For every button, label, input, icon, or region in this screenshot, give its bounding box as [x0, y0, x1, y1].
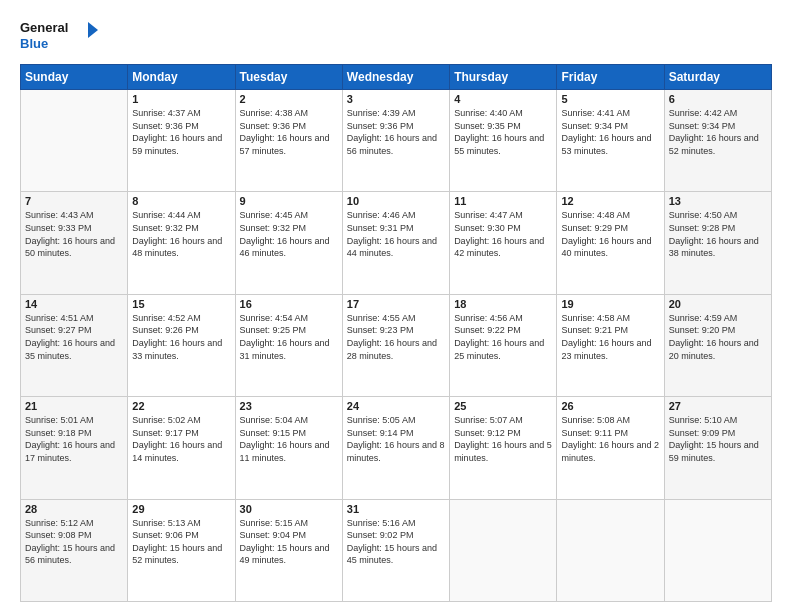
day-info: Sunrise: 5:02 AMSunset: 9:17 PMDaylight:… — [132, 414, 230, 464]
calendar-cell: 23 Sunrise: 5:04 AMSunset: 9:15 PMDaylig… — [235, 397, 342, 499]
calendar-cell: 1 Sunrise: 4:37 AMSunset: 9:36 PMDayligh… — [128, 90, 235, 192]
calendar-cell: 27 Sunrise: 5:10 AMSunset: 9:09 PMDaylig… — [664, 397, 771, 499]
day-number: 25 — [454, 400, 552, 412]
day-number: 7 — [25, 195, 123, 207]
calendar-day-header: Thursday — [450, 65, 557, 90]
calendar-cell: 5 Sunrise: 4:41 AMSunset: 9:34 PMDayligh… — [557, 90, 664, 192]
day-info: Sunrise: 4:45 AMSunset: 9:32 PMDaylight:… — [240, 209, 338, 259]
day-number: 28 — [25, 503, 123, 515]
calendar-cell: 17 Sunrise: 4:55 AMSunset: 9:23 PMDaylig… — [342, 294, 449, 396]
calendar-cell: 20 Sunrise: 4:59 AMSunset: 9:20 PMDaylig… — [664, 294, 771, 396]
day-info: Sunrise: 4:37 AMSunset: 9:36 PMDaylight:… — [132, 107, 230, 157]
calendar-cell: 21 Sunrise: 5:01 AMSunset: 9:18 PMDaylig… — [21, 397, 128, 499]
calendar-cell: 31 Sunrise: 5:16 AMSunset: 9:02 PMDaylig… — [342, 499, 449, 601]
calendar-week-row: 28 Sunrise: 5:12 AMSunset: 9:08 PMDaylig… — [21, 499, 772, 601]
day-info: Sunrise: 4:39 AMSunset: 9:36 PMDaylight:… — [347, 107, 445, 157]
calendar-cell — [21, 90, 128, 192]
day-number: 30 — [240, 503, 338, 515]
calendar-header-row: SundayMondayTuesdayWednesdayThursdayFrid… — [21, 65, 772, 90]
calendar-cell: 24 Sunrise: 5:05 AMSunset: 9:14 PMDaylig… — [342, 397, 449, 499]
day-info: Sunrise: 5:05 AMSunset: 9:14 PMDaylight:… — [347, 414, 445, 464]
calendar-cell: 4 Sunrise: 4:40 AMSunset: 9:35 PMDayligh… — [450, 90, 557, 192]
svg-marker-2 — [88, 22, 98, 38]
day-number: 19 — [561, 298, 659, 310]
day-number: 10 — [347, 195, 445, 207]
day-number: 16 — [240, 298, 338, 310]
calendar-cell: 16 Sunrise: 4:54 AMSunset: 9:25 PMDaylig… — [235, 294, 342, 396]
logo: General Blue — [20, 16, 100, 56]
calendar-cell: 22 Sunrise: 5:02 AMSunset: 9:17 PMDaylig… — [128, 397, 235, 499]
calendar-cell: 2 Sunrise: 4:38 AMSunset: 9:36 PMDayligh… — [235, 90, 342, 192]
day-info: Sunrise: 4:44 AMSunset: 9:32 PMDaylight:… — [132, 209, 230, 259]
day-info: Sunrise: 5:10 AMSunset: 9:09 PMDaylight:… — [669, 414, 767, 464]
calendar-cell — [664, 499, 771, 601]
day-info: Sunrise: 5:01 AMSunset: 9:18 PMDaylight:… — [25, 414, 123, 464]
page: General Blue SundayMondayTuesdayWednesda… — [0, 0, 792, 612]
calendar-cell: 12 Sunrise: 4:48 AMSunset: 9:29 PMDaylig… — [557, 192, 664, 294]
calendar-cell: 8 Sunrise: 4:44 AMSunset: 9:32 PMDayligh… — [128, 192, 235, 294]
day-info: Sunrise: 5:15 AMSunset: 9:04 PMDaylight:… — [240, 517, 338, 567]
calendar-table: SundayMondayTuesdayWednesdayThursdayFrid… — [20, 64, 772, 602]
day-info: Sunrise: 4:43 AMSunset: 9:33 PMDaylight:… — [25, 209, 123, 259]
day-info: Sunrise: 4:46 AMSunset: 9:31 PMDaylight:… — [347, 209, 445, 259]
day-number: 15 — [132, 298, 230, 310]
day-number: 14 — [25, 298, 123, 310]
calendar-cell: 26 Sunrise: 5:08 AMSunset: 9:11 PMDaylig… — [557, 397, 664, 499]
day-info: Sunrise: 5:13 AMSunset: 9:06 PMDaylight:… — [132, 517, 230, 567]
day-number: 24 — [347, 400, 445, 412]
day-number: 26 — [561, 400, 659, 412]
day-number: 2 — [240, 93, 338, 105]
calendar-day-header: Wednesday — [342, 65, 449, 90]
day-info: Sunrise: 4:51 AMSunset: 9:27 PMDaylight:… — [25, 312, 123, 362]
day-number: 9 — [240, 195, 338, 207]
day-info: Sunrise: 5:12 AMSunset: 9:08 PMDaylight:… — [25, 517, 123, 567]
day-info: Sunrise: 4:38 AMSunset: 9:36 PMDaylight:… — [240, 107, 338, 157]
day-number: 23 — [240, 400, 338, 412]
calendar-day-header: Friday — [557, 65, 664, 90]
day-info: Sunrise: 4:41 AMSunset: 9:34 PMDaylight:… — [561, 107, 659, 157]
calendar-day-header: Sunday — [21, 65, 128, 90]
day-number: 22 — [132, 400, 230, 412]
day-number: 4 — [454, 93, 552, 105]
day-number: 20 — [669, 298, 767, 310]
calendar-cell: 9 Sunrise: 4:45 AMSunset: 9:32 PMDayligh… — [235, 192, 342, 294]
day-number: 11 — [454, 195, 552, 207]
day-info: Sunrise: 5:08 AMSunset: 9:11 PMDaylight:… — [561, 414, 659, 464]
calendar-day-header: Tuesday — [235, 65, 342, 90]
calendar-cell: 29 Sunrise: 5:13 AMSunset: 9:06 PMDaylig… — [128, 499, 235, 601]
logo-svg: General Blue — [20, 16, 100, 56]
calendar-day-header: Monday — [128, 65, 235, 90]
calendar-cell — [557, 499, 664, 601]
day-number: 8 — [132, 195, 230, 207]
day-info: Sunrise: 4:58 AMSunset: 9:21 PMDaylight:… — [561, 312, 659, 362]
day-number: 13 — [669, 195, 767, 207]
calendar-cell — [450, 499, 557, 601]
calendar-cell: 3 Sunrise: 4:39 AMSunset: 9:36 PMDayligh… — [342, 90, 449, 192]
day-info: Sunrise: 4:48 AMSunset: 9:29 PMDaylight:… — [561, 209, 659, 259]
svg-text:General: General — [20, 20, 68, 35]
day-number: 1 — [132, 93, 230, 105]
day-number: 3 — [347, 93, 445, 105]
header: General Blue — [20, 16, 772, 56]
calendar-cell: 19 Sunrise: 4:58 AMSunset: 9:21 PMDaylig… — [557, 294, 664, 396]
calendar-cell: 30 Sunrise: 5:15 AMSunset: 9:04 PMDaylig… — [235, 499, 342, 601]
day-number: 6 — [669, 93, 767, 105]
day-info: Sunrise: 4:40 AMSunset: 9:35 PMDaylight:… — [454, 107, 552, 157]
day-info: Sunrise: 4:54 AMSunset: 9:25 PMDaylight:… — [240, 312, 338, 362]
calendar-week-row: 1 Sunrise: 4:37 AMSunset: 9:36 PMDayligh… — [21, 90, 772, 192]
day-info: Sunrise: 4:50 AMSunset: 9:28 PMDaylight:… — [669, 209, 767, 259]
day-info: Sunrise: 4:42 AMSunset: 9:34 PMDaylight:… — [669, 107, 767, 157]
calendar-cell: 25 Sunrise: 5:07 AMSunset: 9:12 PMDaylig… — [450, 397, 557, 499]
day-number: 29 — [132, 503, 230, 515]
calendar-cell: 6 Sunrise: 4:42 AMSunset: 9:34 PMDayligh… — [664, 90, 771, 192]
calendar-cell: 13 Sunrise: 4:50 AMSunset: 9:28 PMDaylig… — [664, 192, 771, 294]
day-number: 17 — [347, 298, 445, 310]
day-number: 21 — [25, 400, 123, 412]
day-number: 18 — [454, 298, 552, 310]
day-number: 31 — [347, 503, 445, 515]
calendar-cell: 14 Sunrise: 4:51 AMSunset: 9:27 PMDaylig… — [21, 294, 128, 396]
calendar-day-header: Saturday — [664, 65, 771, 90]
day-info: Sunrise: 4:52 AMSunset: 9:26 PMDaylight:… — [132, 312, 230, 362]
calendar-week-row: 21 Sunrise: 5:01 AMSunset: 9:18 PMDaylig… — [21, 397, 772, 499]
day-info: Sunrise: 4:55 AMSunset: 9:23 PMDaylight:… — [347, 312, 445, 362]
